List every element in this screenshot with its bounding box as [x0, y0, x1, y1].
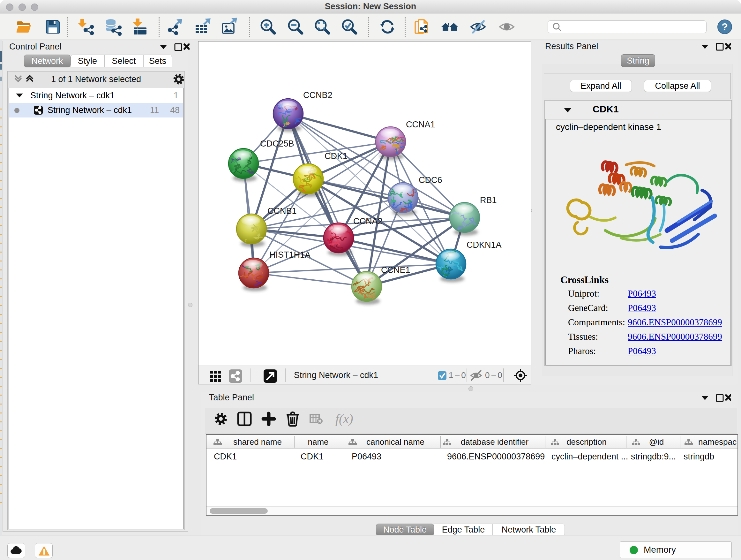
svg-text:CDC6: CDC6 [419, 175, 442, 185]
svg-text:CCNA2: CCNA2 [353, 216, 383, 226]
svg-text:CCNB1: CCNB1 [267, 206, 297, 216]
svg-text:RB1: RB1 [480, 195, 497, 205]
svg-text:CDC25B: CDC25B [260, 139, 294, 148]
svg-text:String Network – cdk1: String Network – cdk1 [294, 370, 378, 380]
svg-text:?: ? [722, 21, 728, 33]
svg-text:CCNB2: CCNB2 [303, 90, 333, 100]
svg-text:CDK1: CDK1 [325, 151, 347, 161]
svg-text:1 – 0: 1 – 0 [449, 370, 466, 380]
svg-text:CCNA1: CCNA1 [406, 120, 435, 129]
svg-text:CDKN1A: CDKN1A [467, 240, 502, 250]
svg-text:f(x): f(x) [335, 412, 353, 426]
svg-text:HIST1H1A: HIST1H1A [269, 250, 311, 260]
svg-text:1 of 1 Network selected: 1 of 1 Network selected [51, 74, 141, 84]
svg-text:0 – 0: 0 – 0 [485, 370, 502, 380]
svg-text:CCNE1: CCNE1 [381, 265, 410, 275]
